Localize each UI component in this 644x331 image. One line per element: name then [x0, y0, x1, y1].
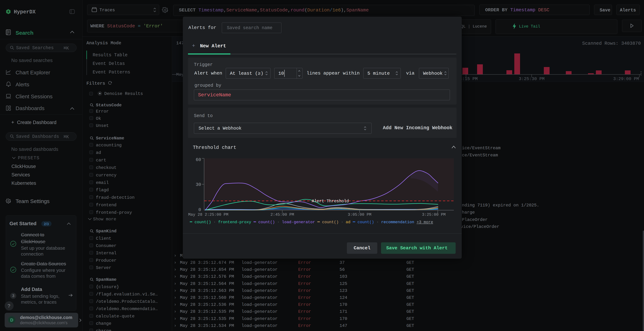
svg-text:Alert Threshold: Alert Threshold — [312, 199, 349, 204]
svg-text:May 28 2:25:00 PM: May 28 2:25:00 PM — [188, 213, 228, 217]
svg-text:3:25:00 PM: 3:25:00 PM — [422, 213, 446, 217]
svg-text:3:05:00 PM: 3:05:00 PM — [348, 213, 371, 217]
svg-text:30: 30 — [196, 182, 201, 187]
svg-text:0: 0 — [198, 207, 201, 213]
svg-text:2:45:00 PM: 2:45:00 PM — [270, 213, 294, 217]
svg-text:60: 60 — [196, 157, 201, 162]
